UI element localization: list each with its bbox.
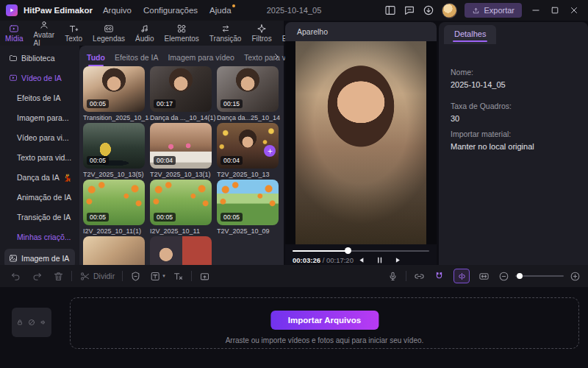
clear-text-button[interactable] — [173, 271, 184, 282]
video-thumbnail[interactable]: 00:15 — [217, 66, 279, 112]
video-thumbnail[interactable]: 00:05 — [83, 123, 145, 169]
link-clips-button[interactable] — [414, 271, 425, 282]
ripple-edit-button[interactable] — [453, 269, 470, 283]
timeline-toolbar: Dividir ▾ — [0, 265, 588, 287]
media-item[interactable]: 00:04 T2V_2025_10_13(1) — [150, 123, 217, 180]
sidebar-item-texto-para-video[interactable]: Texto para vid... — [4, 148, 75, 167]
media-item[interactable]: 00:04 T2V_2025_10_13 — [217, 123, 284, 180]
export-button[interactable]: Exportar — [465, 3, 522, 18]
sidebar-item-video-para-video[interactable]: Vídeo para vi... — [4, 128, 75, 147]
zoom-in-button[interactable] — [570, 271, 581, 282]
undo-button[interactable] — [10, 271, 21, 282]
tab-texto[interactable]: Texto — [60, 24, 87, 43]
video-thumbnail[interactable]: 00:17 — [150, 66, 212, 112]
duration-badge: 00:17 — [154, 99, 176, 108]
next-frame-button[interactable] — [394, 256, 402, 264]
split-button[interactable] — [79, 271, 90, 282]
tabs-overflow-chevron-icon[interactable] — [272, 52, 281, 61]
record-voiceover-button[interactable] — [387, 271, 398, 282]
duration-badge: 00:05 — [220, 213, 243, 222]
feedback-icon[interactable] — [404, 4, 415, 16]
media-item[interactable]: 00:05 I2V_2025_10_11(1) — [83, 180, 150, 236]
import-drop-zone[interactable]: Importar Arquivos Arraste ou importe víd… — [70, 297, 579, 349]
download-icon[interactable] — [423, 4, 434, 16]
menu-arquivo[interactable]: Arquivo — [103, 6, 132, 15]
media-item[interactable]: 00:05 Transition_2025_10_14 — [83, 66, 150, 123]
media-item[interactable]: 00:05 I2V_2025_10_11 — [150, 180, 217, 236]
sidebar-item-video-de-ia[interactable]: Vídeo de IA — [4, 68, 75, 88]
media-item[interactable]: 00:17 Dança da ..._10_14(1) — [150, 66, 217, 123]
zoom-slider-handle[interactable] — [517, 273, 523, 279]
import-files-button[interactable]: Importar Arquivos — [270, 311, 379, 330]
sidebar-item-efeitos-de-ia[interactable]: Efeitos de IA — [4, 88, 75, 107]
text-style-button[interactable] — [150, 271, 161, 282]
sidebar-item-danca-da-ia[interactable]: Dança da IA💃 — [4, 168, 75, 187]
redo-button[interactable] — [32, 271, 43, 282]
video-thumbnail[interactable]: 00:05 — [217, 180, 279, 225]
tab-transicao[interactable]: Transição — [204, 24, 247, 43]
media-item[interactable] — [83, 236, 150, 265]
fit-timeline-button[interactable] — [478, 271, 490, 282]
playback-scrubber[interactable] — [293, 247, 429, 255]
timecode: 00:03:26 / 00:17:20 — [293, 256, 354, 264]
menu-configuracoes[interactable]: Configurações — [143, 6, 198, 15]
media-item[interactable]: 00:15 Dança da...25_10_14 — [217, 66, 284, 123]
tab-audio[interactable]: Áudio — [130, 24, 159, 43]
close-icon[interactable] — [569, 5, 579, 15]
maximize-icon[interactable] — [550, 5, 560, 15]
timeline-zoom-slider[interactable] — [515, 275, 564, 277]
video-thumbnail[interactable] — [83, 236, 145, 265]
snapshot-button[interactable] — [199, 271, 210, 282]
tab-midia[interactable]: Mídia — [0, 24, 28, 43]
media-item[interactable] — [150, 236, 217, 265]
scrubber-handle[interactable] — [345, 247, 351, 254]
media-item[interactable]: 00:05 T2V_2025_10_09 — [217, 180, 284, 236]
snap-magnet-button[interactable] — [434, 271, 445, 282]
menu-ajuda[interactable]: Ajuda — [209, 6, 231, 15]
lock-track-icon[interactable] — [16, 319, 24, 326]
duration-badge: 00:05 — [87, 156, 109, 165]
detail-field-taxa-de-quadros: Taxa de Quadros: 30 — [451, 102, 583, 123]
delete-button[interactable] — [53, 271, 64, 282]
layout-panels-icon[interactable] — [384, 4, 396, 16]
media-tab-efeitos-de-ia[interactable]: Efeitos de IA — [115, 53, 159, 62]
toolbar-divider — [71, 271, 72, 281]
mute-track-icon[interactable] — [40, 319, 47, 326]
tab-avatar-ai[interactable]: Avatar AI — [28, 20, 60, 47]
zoom-out-button[interactable] — [498, 271, 509, 282]
media-item[interactable]: 00:05 T2V_2025_10_13(5) — [83, 123, 150, 180]
quality-badge-button[interactable] — [130, 271, 141, 282]
media-tab-imagem-para-video[interactable]: Imagem para vídeo — [168, 53, 234, 62]
sidebar-item-biblioteca[interactable]: Biblioteca — [4, 49, 75, 68]
tab-detalhes[interactable]: Detalhes — [444, 25, 496, 44]
duration-badge: 00:04 — [220, 156, 243, 165]
tab-filtros[interactable]: Filtros — [246, 24, 276, 43]
user-avatar[interactable] — [442, 3, 457, 18]
notification-dot — [232, 4, 235, 7]
sidebar-item-minhas-criacoes[interactable]: Minhas criaçõ... — [4, 227, 75, 247]
media-tab-tudo[interactable]: Tudo — [87, 53, 105, 62]
tab-elementos[interactable]: Elementos — [159, 24, 204, 43]
sidebar-item-animacao-de-ia[interactable]: Animação de IA — [4, 188, 75, 207]
video-thumbnail[interactable]: 00:05 — [150, 180, 212, 225]
sidebar-item-transicao-de-ia[interactable]: Transição de IA — [4, 208, 75, 227]
ai-video-icon — [9, 74, 18, 82]
hide-track-icon[interactable] — [28, 319, 35, 326]
video-thumbnail[interactable]: 00:05 — [83, 180, 145, 225]
dropdown-caret-icon[interactable]: ▾ — [162, 273, 165, 279]
video-thumbnail[interactable]: 00:04 — [217, 123, 279, 169]
video-thumbnail[interactable] — [150, 236, 212, 265]
minimize-icon[interactable] — [531, 5, 541, 15]
text-icon — [68, 24, 79, 34]
playback-controls: 00:03:26 / 00:17:20 — [285, 255, 437, 265]
add-to-timeline-button[interactable] — [264, 145, 276, 157]
preview-video[interactable] — [285, 41, 437, 244]
sidebar-item-imagem-para-video[interactable]: Imagem para... — [4, 108, 75, 127]
video-thumbnail[interactable]: 00:05 — [83, 66, 145, 112]
tab-legendas[interactable]: Legendas — [87, 24, 130, 43]
pause-button[interactable] — [376, 256, 384, 264]
video-thumbnail[interactable]: 00:04 — [150, 123, 212, 169]
previous-frame-button[interactable] — [357, 256, 365, 264]
split-label: Dividir — [93, 272, 115, 280]
toolbar-divider — [406, 271, 406, 281]
